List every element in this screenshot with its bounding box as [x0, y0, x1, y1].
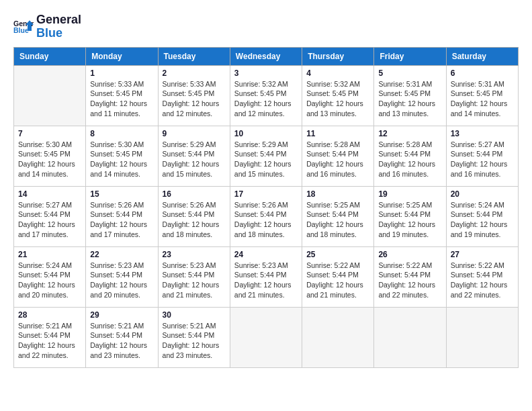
calendar-cell: 27Sunrise: 5:22 AMSunset: 5:44 PMDayligh…: [446, 246, 518, 307]
calendar-header-sunday: Sunday: [14, 47, 86, 65]
day-info: Sunrise: 5:30 AMSunset: 5:45 PMDaylight:…: [90, 140, 153, 179]
calendar-cell: 3Sunrise: 5:32 AMSunset: 5:45 PMDaylight…: [230, 65, 302, 126]
calendar-cell: 16Sunrise: 5:26 AMSunset: 5:44 PMDayligh…: [158, 186, 230, 246]
day-info: Sunrise: 5:22 AMSunset: 5:44 PMDaylight:…: [378, 261, 441, 300]
calendar-header-monday: Monday: [86, 47, 158, 65]
day-info: Sunrise: 5:27 AMSunset: 5:44 PMDaylight:…: [451, 140, 514, 179]
day-number: 18: [306, 189, 369, 199]
day-info: Sunrise: 5:25 AMSunset: 5:44 PMDaylight:…: [378, 200, 441, 240]
day-number: 24: [234, 250, 298, 259]
day-info: Sunrise: 5:21 AMSunset: 5:44 PMDaylight:…: [90, 321, 153, 361]
calendar-cell: 26Sunrise: 5:22 AMSunset: 5:44 PMDayligh…: [374, 246, 446, 307]
day-info: Sunrise: 5:22 AMSunset: 5:44 PMDaylight:…: [306, 261, 369, 300]
calendar-cell: [374, 307, 446, 367]
day-number: 14: [18, 189, 81, 199]
day-number: 13: [451, 129, 514, 138]
calendar-cell: 11Sunrise: 5:28 AMSunset: 5:44 PMDayligh…: [302, 126, 374, 186]
calendar-cell: 28Sunrise: 5:21 AMSunset: 5:44 PMDayligh…: [14, 307, 86, 367]
day-number: 30: [163, 310, 226, 320]
calendar-cell: 9Sunrise: 5:29 AMSunset: 5:44 PMDaylight…: [158, 126, 230, 186]
calendar-cell: 22Sunrise: 5:23 AMSunset: 5:44 PMDayligh…: [86, 246, 158, 307]
day-number: 26: [378, 250, 441, 259]
calendar-cell: 20Sunrise: 5:24 AMSunset: 5:44 PMDayligh…: [446, 186, 518, 246]
day-number: 8: [90, 129, 153, 138]
calendar-header-wednesday: Wednesday: [230, 47, 302, 65]
day-number: 10: [234, 129, 298, 138]
calendar-cell: 18Sunrise: 5:25 AMSunset: 5:44 PMDayligh…: [302, 186, 374, 246]
day-info: Sunrise: 5:24 AMSunset: 5:44 PMDaylight:…: [451, 200, 514, 240]
week-row-4: 21Sunrise: 5:24 AMSunset: 5:44 PMDayligh…: [14, 246, 519, 307]
calendar-header-thursday: Thursday: [302, 47, 374, 65]
calendar-cell: 8Sunrise: 5:30 AMSunset: 5:45 PMDaylight…: [86, 126, 158, 186]
logo-text: General Blue: [36, 13, 81, 40]
day-number: 23: [163, 250, 226, 259]
calendar-header-tuesday: Tuesday: [158, 47, 230, 65]
day-number: 21: [18, 250, 81, 259]
day-number: 12: [378, 129, 441, 138]
calendar-cell: 30Sunrise: 5:21 AMSunset: 5:44 PMDayligh…: [158, 307, 230, 367]
day-info: Sunrise: 5:26 AMSunset: 5:44 PMDaylight:…: [234, 200, 298, 240]
calendar-cell: 1Sunrise: 5:33 AMSunset: 5:45 PMDaylight…: [86, 65, 158, 126]
day-number: 22: [90, 250, 153, 259]
week-row-1: 1Sunrise: 5:33 AMSunset: 5:45 PMDaylight…: [14, 65, 519, 126]
day-number: 27: [451, 250, 514, 259]
calendar-cell: 15Sunrise: 5:26 AMSunset: 5:44 PMDayligh…: [86, 186, 158, 246]
calendar-cell: 21Sunrise: 5:24 AMSunset: 5:44 PMDayligh…: [14, 246, 86, 307]
logo: General Blue General Blue: [13, 13, 81, 40]
day-info: Sunrise: 5:23 AMSunset: 5:44 PMDaylight:…: [234, 261, 298, 300]
calendar-header-row: SundayMondayTuesdayWednesdayThursdayFrid…: [14, 47, 519, 65]
day-number: 19: [378, 189, 441, 199]
day-info: Sunrise: 5:33 AMSunset: 5:45 PMDaylight:…: [163, 79, 226, 119]
day-number: 20: [451, 189, 514, 199]
day-number: 9: [163, 129, 226, 138]
day-info: Sunrise: 5:32 AMSunset: 5:45 PMDaylight:…: [306, 79, 369, 119]
day-number: 5: [378, 68, 441, 78]
calendar-cell: 4Sunrise: 5:32 AMSunset: 5:45 PMDaylight…: [302, 65, 374, 126]
day-info: Sunrise: 5:28 AMSunset: 5:44 PMDaylight:…: [378, 140, 441, 179]
calendar-cell: 6Sunrise: 5:31 AMSunset: 5:45 PMDaylight…: [446, 65, 518, 126]
day-number: 29: [90, 310, 153, 320]
week-row-5: 28Sunrise: 5:21 AMSunset: 5:44 PMDayligh…: [14, 307, 519, 367]
day-number: 15: [90, 189, 153, 199]
day-info: Sunrise: 5:22 AMSunset: 5:44 PMDaylight:…: [451, 261, 514, 300]
day-number: 25: [306, 250, 369, 259]
day-number: 6: [451, 68, 514, 78]
calendar-cell: 2Sunrise: 5:33 AMSunset: 5:45 PMDaylight…: [158, 65, 230, 126]
day-info: Sunrise: 5:28 AMSunset: 5:44 PMDaylight:…: [306, 140, 369, 179]
day-info: Sunrise: 5:26 AMSunset: 5:44 PMDaylight:…: [90, 200, 153, 240]
calendar-cell: 13Sunrise: 5:27 AMSunset: 5:44 PMDayligh…: [446, 126, 518, 186]
calendar-cell: 10Sunrise: 5:29 AMSunset: 5:44 PMDayligh…: [230, 126, 302, 186]
calendar-cell: [14, 65, 86, 126]
calendar-cell: 29Sunrise: 5:21 AMSunset: 5:44 PMDayligh…: [86, 307, 158, 367]
day-info: Sunrise: 5:25 AMSunset: 5:44 PMDaylight:…: [306, 200, 369, 240]
day-info: Sunrise: 5:27 AMSunset: 5:44 PMDaylight:…: [18, 200, 81, 240]
day-info: Sunrise: 5:23 AMSunset: 5:44 PMDaylight:…: [163, 261, 226, 300]
logo-icon: General Blue: [13, 17, 34, 36]
day-number: 28: [18, 310, 81, 320]
day-number: 2: [163, 68, 226, 78]
day-number: 7: [18, 129, 81, 138]
svg-text:Blue: Blue: [13, 26, 29, 34]
calendar-cell: 7Sunrise: 5:30 AMSunset: 5:45 PMDaylight…: [14, 126, 86, 186]
calendar-cell: 14Sunrise: 5:27 AMSunset: 5:44 PMDayligh…: [14, 186, 86, 246]
day-number: 16: [163, 189, 226, 199]
day-info: Sunrise: 5:33 AMSunset: 5:45 PMDaylight:…: [90, 79, 153, 119]
calendar-header-friday: Friday: [374, 47, 446, 65]
day-info: Sunrise: 5:23 AMSunset: 5:44 PMDaylight:…: [90, 261, 153, 300]
calendar-cell: 23Sunrise: 5:23 AMSunset: 5:44 PMDayligh…: [158, 246, 230, 307]
day-info: Sunrise: 5:31 AMSunset: 5:45 PMDaylight:…: [378, 79, 441, 119]
day-number: 3: [234, 68, 298, 78]
calendar-table: SundayMondayTuesdayWednesdayThursdayFrid…: [13, 47, 519, 368]
day-info: Sunrise: 5:30 AMSunset: 5:45 PMDaylight:…: [18, 140, 81, 179]
day-info: Sunrise: 5:21 AMSunset: 5:44 PMDaylight:…: [163, 321, 226, 361]
day-info: Sunrise: 5:26 AMSunset: 5:44 PMDaylight:…: [163, 200, 226, 240]
page-header: General Blue General Blue: [13, 13, 519, 40]
calendar-cell: 17Sunrise: 5:26 AMSunset: 5:44 PMDayligh…: [230, 186, 302, 246]
calendar-cell: [230, 307, 302, 367]
day-number: 17: [234, 189, 298, 199]
day-number: 1: [90, 68, 153, 78]
calendar-cell: 19Sunrise: 5:25 AMSunset: 5:44 PMDayligh…: [374, 186, 446, 246]
calendar-cell: 25Sunrise: 5:22 AMSunset: 5:44 PMDayligh…: [302, 246, 374, 307]
calendar-header-saturday: Saturday: [446, 47, 518, 65]
week-row-3: 14Sunrise: 5:27 AMSunset: 5:44 PMDayligh…: [14, 186, 519, 246]
